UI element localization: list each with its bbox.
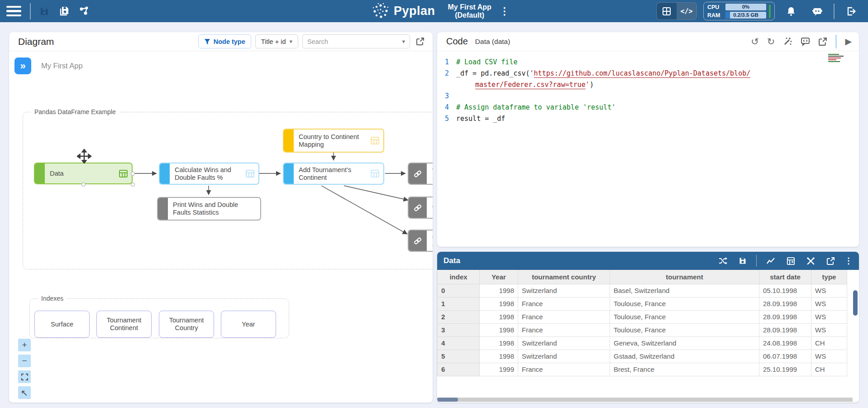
column-header[interactable]: index xyxy=(438,270,480,284)
breadcrumb-label[interactable]: My First App xyxy=(41,62,83,70)
play-icon: ▶ xyxy=(845,36,852,47)
redo-button[interactable]: ↻ xyxy=(765,34,777,49)
table-cell: France xyxy=(518,323,610,336)
column-header[interactable]: start date xyxy=(759,270,811,284)
top-navigation-bar: Pyplan My First App (Default) ⋮ </> CPU xyxy=(0,0,868,22)
table-row[interactable]: 51998SwitzerlandGstaad, Switzerland06.07… xyxy=(438,350,847,363)
code-line[interactable]: 5result = _df xyxy=(437,113,859,125)
breadcrumb-expand-icon[interactable]: » xyxy=(14,58,31,74)
run-code-button[interactable]: ▶ xyxy=(843,34,854,48)
table-row[interactable]: 31998FranceToulouse, France28.09.1998WS xyxy=(438,323,847,336)
bot-icon xyxy=(811,5,823,17)
column-header[interactable]: Year xyxy=(480,270,518,284)
save-icon[interactable] xyxy=(34,0,54,22)
chart-view-button[interactable] xyxy=(764,254,777,267)
search-input[interactable] xyxy=(307,38,402,45)
undo-button[interactable]: ↺ xyxy=(749,34,761,49)
node-print-statistics[interactable]: Print Wins and Double Faults Statistics xyxy=(157,197,261,221)
code-editor[interactable]: 1# Load CSV file2_df = pd.read_csv('http… xyxy=(437,51,859,125)
code-header: Code Data (data) ↺ ↻ xyxy=(437,32,859,51)
node-label-line2: Su xyxy=(432,174,433,181)
table-cell: France xyxy=(518,363,610,376)
selection-handle[interactable] xyxy=(131,182,135,187)
diagram-canvas[interactable]: » My First App Pandas DataFrame Example xyxy=(9,51,433,402)
external-link-icon xyxy=(818,37,827,46)
open-diagram-external-button[interactable] xyxy=(414,35,426,48)
pivot-table-button[interactable] xyxy=(785,255,797,267)
open-data-external-button[interactable] xyxy=(825,255,837,267)
column-header[interactable]: tournament country xyxy=(518,270,610,284)
assistant-bot-icon[interactable] xyxy=(807,0,827,22)
table-row[interactable]: 21998FranceToulouse, France28.09.1998WS xyxy=(438,310,847,323)
node-partial-3[interactable]: # oan xyxy=(408,230,433,252)
tools-button[interactable] xyxy=(805,255,817,267)
scrollbar-thumb[interactable] xyxy=(437,398,458,402)
line-number: 5 xyxy=(437,113,456,125)
index-node-tournament-country[interactable]: Tournament Country xyxy=(159,311,214,338)
fit-screen-button[interactable] xyxy=(18,370,31,383)
table-cell: 1998 xyxy=(480,323,518,336)
table-cell: Geneva, Switzerland xyxy=(610,336,759,350)
node-partial-1[interactable]: % oSu xyxy=(408,163,433,185)
table-cell: 1998 xyxy=(480,350,518,363)
node-country-mapping[interactable]: Country to Continent Mapping xyxy=(283,129,384,153)
notifications-bell-icon[interactable] xyxy=(781,0,801,22)
column-header[interactable]: tournament xyxy=(610,270,759,284)
zoom-in-button[interactable]: + xyxy=(18,339,31,351)
table-row[interactable]: 61999FranceBrest, France25.10.1999CH xyxy=(438,363,847,376)
node-calculate-wins[interactable]: Calculate Wins and Double Faults % xyxy=(159,163,259,185)
vertical-scrollbar[interactable] xyxy=(853,290,858,316)
index-label: Surface xyxy=(51,321,73,328)
swap-axes-button[interactable] xyxy=(716,254,729,267)
model-hierarchy-icon[interactable] xyxy=(74,0,94,22)
code-text: master/Federer.csv?raw=true') xyxy=(456,79,594,91)
undo-icon: ↺ xyxy=(751,36,759,47)
app-title[interactable]: My First App (Default) xyxy=(448,3,491,19)
table-row[interactable]: 41998SwitzerlandGeneva, Switzerland24.08… xyxy=(438,336,847,350)
dataframe-table-icon xyxy=(371,137,379,144)
node-add-continent[interactable]: Add Tournament's Continent xyxy=(283,163,384,185)
node-color-bar xyxy=(409,197,427,218)
column-header[interactable]: type xyxy=(811,270,847,284)
code-line[interactable]: 2_df = pd.read_csv('https://github.com/l… xyxy=(437,68,859,79)
title-mode-dropdown[interactable]: Title + id ▾ xyxy=(255,34,298,48)
table-row[interactable]: 11998FranceToulouse, France28.09.1998WS xyxy=(438,297,847,310)
node-data[interactable]: Data xyxy=(34,163,133,184)
index-label: Tournament Continent xyxy=(99,317,149,332)
horizontal-scrollbar[interactable] xyxy=(437,398,853,402)
format-code-button[interactable] xyxy=(781,35,794,48)
reset-position-button[interactable]: ↖ xyxy=(18,386,31,399)
cpu-value: 0% xyxy=(725,4,766,10)
zoom-controls: + − ↖ xyxy=(18,339,31,399)
node-label: Calculate Wins and Double Faults % xyxy=(170,164,246,183)
open-code-external-button[interactable] xyxy=(816,35,829,48)
app-menu-dots-icon[interactable]: ⋮ xyxy=(500,5,510,17)
node-type-filter-button[interactable]: Node type xyxy=(198,34,251,48)
node-label-line2: an xyxy=(432,241,433,248)
node-partial-2[interactable]: % o xyxy=(408,197,433,219)
zoom-out-button[interactable]: − xyxy=(18,355,31,367)
view-toggle: </> xyxy=(656,2,697,20)
chevron-down-icon[interactable]: ▾ xyxy=(402,38,405,45)
selection-handle[interactable] xyxy=(131,172,135,176)
code-line[interactable]: master/Federer.csv?raw=true') xyxy=(437,79,859,91)
code-comment-button[interactable] xyxy=(799,35,812,48)
index-node-surface[interactable]: Surface xyxy=(34,311,90,338)
code-view-toggle[interactable]: </> xyxy=(677,3,696,19)
logout-icon[interactable] xyxy=(841,0,861,22)
save-result-button[interactable] xyxy=(737,255,749,267)
menu-icon[interactable] xyxy=(0,0,26,22)
fullscreen-icon xyxy=(21,374,28,380)
table-row[interactable]: 01998SwitzerlandBasel, Switzerland05.10.… xyxy=(438,284,847,297)
data-menu-dots-icon[interactable]: ⋮ xyxy=(844,256,853,266)
table-view-toggle[interactable] xyxy=(657,3,677,19)
code-line[interactable]: 1# Load CSV file xyxy=(437,57,859,68)
code-line[interactable]: 4# Assign dataframe to variable 'result' xyxy=(437,102,859,113)
selection-handle[interactable] xyxy=(81,182,86,187)
table-cell: 2 xyxy=(438,310,480,323)
table-cell: 1998 xyxy=(480,284,518,297)
code-line[interactable]: 3 xyxy=(437,91,859,102)
save-all-icon[interactable] xyxy=(54,0,74,22)
index-node-tournament-continent[interactable]: Tournament Continent xyxy=(96,311,152,338)
index-node-year[interactable]: Year xyxy=(221,311,276,338)
